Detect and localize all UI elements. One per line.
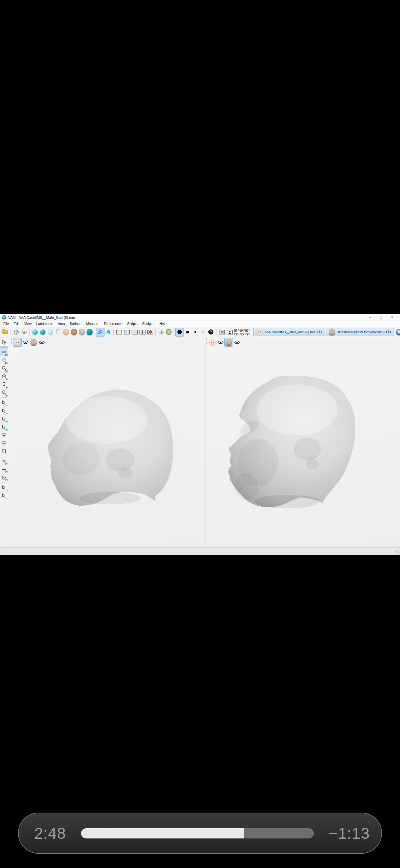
menu-surface[interactable]: Surface (67, 322, 83, 326)
brush-remove-button[interactable]: − (0, 406, 8, 415)
menu-help[interactable]: Help (157, 322, 169, 326)
point-size-medium-button[interactable] (184, 328, 191, 336)
main-area: + − + − • ○ (0, 347, 400, 547)
roll-object-button[interactable] (0, 473, 8, 482)
viewport2-model2-toggle[interactable] (225, 338, 233, 346)
sphere-shaded-icon (40, 329, 45, 335)
menu-view[interactable]: View (22, 322, 34, 326)
pan-object-button[interactable] (0, 465, 8, 473)
globe-button-1[interactable] (395, 328, 400, 336)
sphere-transparent-button[interactable] (46, 328, 54, 336)
layout-four-button[interactable] (138, 328, 146, 336)
menu-file[interactable]: File (1, 322, 11, 326)
figure-thumbnail (31, 339, 37, 346)
pan-view-button[interactable] (0, 356, 8, 364)
point-help-button[interactable]: ? (207, 328, 215, 336)
zoom-view-button[interactable] (0, 364, 8, 372)
viewport2-model1-toggle[interactable] (208, 338, 216, 346)
cursor-icon (2, 425, 6, 429)
menu-area[interactable]: Area (55, 322, 67, 326)
layout-single-button[interactable] (115, 328, 123, 336)
brush-add-button[interactable]: + (0, 398, 8, 406)
sphere-shaded-button[interactable] (39, 328, 46, 336)
viewport-left[interactable] (8, 347, 204, 547)
silhouette-button[interactable] (226, 328, 233, 336)
menu-scripts[interactable]: Scripts (125, 322, 140, 326)
axis-circle-icon (245, 328, 249, 332)
face-colormap-button[interactable] (85, 328, 93, 336)
menu-sculptor[interactable]: Sculptor (140, 322, 157, 326)
head-mesh-button[interactable] (12, 328, 20, 336)
pane-pair-button[interactable] (218, 328, 226, 336)
minimize-button[interactable]: – (369, 315, 371, 319)
pick-arrow-button[interactable] (96, 328, 104, 336)
menu-measure[interactable]: Measure (84, 322, 102, 326)
lasso-add-button[interactable]: + (0, 431, 8, 439)
object-row (0, 337, 400, 347)
point-size-large-button[interactable] (176, 328, 184, 336)
rotate-object-button[interactable] (0, 457, 8, 465)
axis-label: z (249, 328, 250, 331)
rotate-y-button[interactable]: y (239, 328, 245, 337)
resize-grip[interactable] (395, 550, 399, 554)
toolbar-separator (1, 482, 7, 483)
layout-four-marked-button[interactable] (146, 328, 154, 336)
face-mesh-button[interactable] (78, 328, 85, 336)
toolbar-separator (216, 329, 216, 336)
toolbar-separator (11, 329, 11, 336)
title-bar: V VAM - AAA Case3MS__Male_6mo (6).tom – … (0, 314, 400, 321)
layout-two-vertical-button[interactable] (123, 328, 131, 336)
viewport2-model2-visibility[interactable] (233, 338, 241, 346)
cube-icon (5, 471, 8, 473)
pointer-tool-button[interactable] (0, 338, 8, 347)
layout-two-horizontal-button[interactable] (131, 328, 138, 336)
menu-landmarks[interactable]: Landmarks (34, 322, 55, 326)
point-size-small-button[interactable] (191, 328, 199, 336)
open-file-button[interactable] (1, 328, 9, 336)
viewport1-model2-toggle[interactable] (30, 338, 38, 346)
head-model-harrispresley (206, 347, 400, 547)
pick-circle-button[interactable]: ○ (0, 491, 8, 500)
tab-harrispresley[interactable]: HarrisPresleyCON.tom (modified) (326, 328, 394, 336)
grid-cross-button[interactable] (157, 328, 165, 336)
toolbar-separator (29, 329, 30, 336)
point-size-tiny-button[interactable] (199, 328, 207, 336)
pick-point-button[interactable]: • (0, 483, 8, 491)
cursor-icon (2, 493, 6, 498)
status-bar (0, 547, 400, 555)
eye-icon[interactable] (317, 330, 322, 333)
drag-handle[interactable] (206, 339, 207, 345)
viewport2-model1-visibility[interactable] (216, 338, 225, 346)
face-tan-button[interactable] (70, 328, 78, 336)
mask-button[interactable] (54, 328, 62, 336)
lasso-remove-button[interactable]: − (0, 439, 8, 447)
select-remove-button[interactable] (0, 423, 8, 431)
seek-bar[interactable] (81, 828, 314, 838)
head-circled-button[interactable] (165, 328, 173, 336)
orbit-view-button[interactable] (0, 348, 8, 356)
sphere-smooth-button[interactable] (31, 328, 39, 336)
eye-icon[interactable] (386, 330, 391, 333)
viewport1-model2-visibility[interactable] (38, 338, 46, 346)
rect-select-button[interactable] (0, 447, 8, 455)
maximize-button[interactable]: □ (380, 315, 382, 319)
window-title: VAM - AAA Case3MS__Male_6mo (6).tom (8, 315, 75, 320)
face-texture-button[interactable] (62, 328, 70, 336)
rotate-x-button[interactable]: x (233, 328, 239, 337)
viewport1-model1-toggle[interactable] (13, 338, 21, 346)
menu-preferences[interactable]: Preferences (102, 322, 125, 326)
roll-view-button[interactable] (0, 372, 8, 380)
drag-handle[interactable] (11, 339, 12, 345)
layout-two-vertical-icon (124, 330, 130, 334)
pick-arrow-alt-button[interactable] (104, 328, 112, 336)
select-add-button[interactable] (0, 415, 8, 423)
viewport-right[interactable] (206, 347, 400, 547)
dolly-view-button[interactable] (0, 380, 8, 388)
viewport1-model1-visibility[interactable] (21, 338, 30, 346)
tab-case3ms[interactable]: AAA Case3MS__Male_6mo (6).tom (253, 328, 325, 336)
eye-rotate-button[interactable] (20, 328, 28, 336)
close-button[interactable]: × (391, 315, 393, 319)
zoom-region-button[interactable] (0, 388, 8, 397)
rotate-z-button[interactable]: z (245, 328, 250, 337)
menu-edit[interactable]: Edit (11, 322, 22, 326)
